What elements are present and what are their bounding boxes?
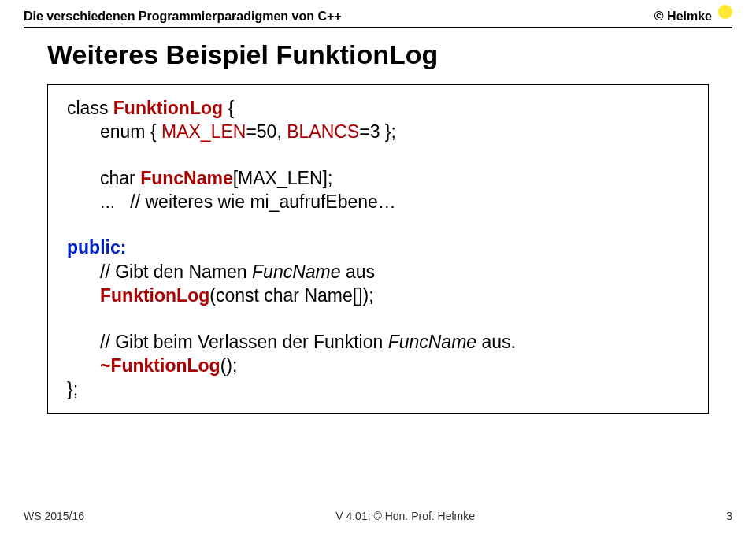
code-text: aus. [476,332,516,352]
code-line-2: enum { MAX_LEN=50, BLANCS=3 }; [67,120,689,143]
decorative-dot-icon [718,5,732,19]
code-line-7: FunktionLog(const char Name[]); [67,284,689,307]
code-text: (); [220,355,238,376]
code-text: // Gibt beim Verlassen der Funktion [100,332,388,352]
code-blank [67,144,689,166]
code-blank [67,308,689,330]
code-text: class [67,98,113,118]
header-rule [24,27,732,28]
code-text: =3 }; [359,121,396,142]
code-ident-dtor: ~FunktionLog [100,355,220,376]
code-text: enum { [100,121,161,142]
footer-row: WS 2015/16 V 4.01; © Hon. Prof. Helmke 3 [24,510,732,522]
code-line-4: ... // weiteres wie mi_aufrufEbene… [67,190,689,213]
code-line-9: ~FunktionLog(); [67,354,689,377]
code-const-maxlen: MAX_LEN [161,121,246,142]
code-blank [67,213,689,236]
code-text: // Gibt den Namen [100,262,252,282]
code-text: { [223,98,234,118]
code-text: aus [341,262,375,282]
code-text: [MAX_LEN]; [233,168,333,188]
header-right: © Helmke [654,9,712,24]
header-row: Die verschiedenen Programmierparadigmen … [24,9,732,24]
code-line-3: char FuncName[MAX_LEN]; [67,166,689,190]
code-text: char [100,168,140,188]
code-line-6: // Gibt den Namen FuncName aus [67,260,689,284]
code-line-1: class FunktionLog { [67,96,689,120]
code-text: =50, [246,121,287,142]
code-text: (const char Name[]); [209,285,373,306]
code-line-10: }; [67,377,689,401]
code-italic-funcname-2: FuncName [388,332,476,352]
code-ident-funcname: FuncName [140,168,233,188]
slide: Die verschiedenen Programmierparadigmen … [0,0,756,538]
code-ident-class: FunktionLog [113,98,223,118]
slide-title: Weiteres Beispiel FunktionLog [47,39,732,70]
footer-right: 3 [726,510,732,522]
code-ident-ctor: FunktionLog [100,285,209,306]
code-box: class FunktionLog { enum { MAX_LEN=50, B… [47,84,709,414]
code-const-blancs: BLANCS [287,121,359,142]
code-line-5: public: [67,236,689,259]
code-line-8: // Gibt beim Verlassen der Funktion Func… [67,330,689,354]
code-italic-funcname: FuncName [252,262,340,282]
footer-left: WS 2015/16 [24,510,84,522]
footer-center: V 4.01; © Hon. Prof. Helmke [335,510,475,522]
header-left: Die verschiedenen Programmierparadigmen … [24,9,342,24]
header-right-wrap: © Helmke [654,9,732,24]
